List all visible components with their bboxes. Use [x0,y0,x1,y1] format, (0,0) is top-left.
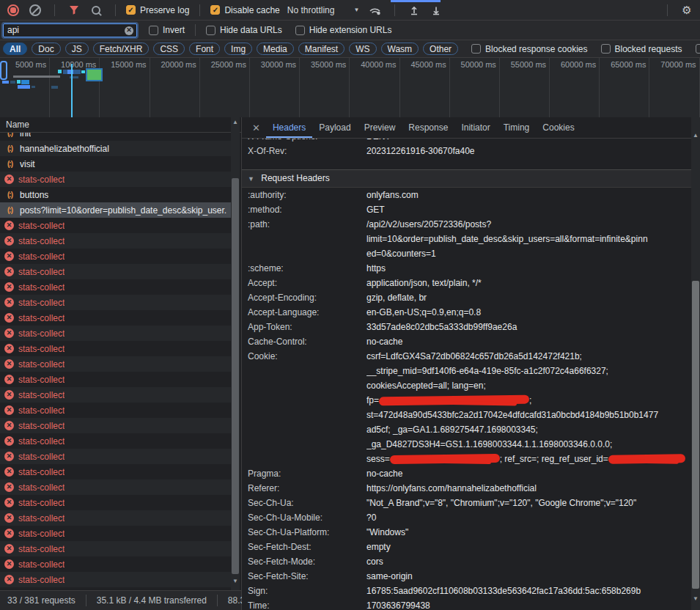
scroll-down-icon[interactable]: ▼ [231,576,240,586]
tab-payload[interactable]: Payload [312,117,357,138]
error-icon: ✕ [4,544,14,554]
request-row-stats-collect[interactable]: ✕stats-collect [0,372,231,387]
request-row-stats-collect[interactable]: ✕stats-collect [0,356,231,372]
header-value-line: sess=; ref_src=; reg_ref_user_id= [366,452,685,466]
checkbox-blocked-requests[interactable]: Blocked requests [601,44,682,54]
request-row-stats-collect[interactable]: ✕stats-collect [0,403,231,418]
request-row-stats-collect[interactable]: ✕stats-collect [0,526,231,541]
scroll-up-icon[interactable]: ▲ [231,117,240,127]
request-row-stats-collect[interactable]: ✕stats-collect [0,310,231,326]
type-filter-wasm[interactable]: Wasm [381,43,419,55]
tab-response[interactable]: Response [402,117,454,138]
timeline-tick: 35000 ms [300,58,350,117]
request-label: stats-collect [18,359,65,370]
request-row-stats-collect[interactable]: ✕stats-collect [0,418,231,433]
request-row-stats-collect[interactable]: ✕stats-collect [0,479,231,495]
type-filter-font[interactable]: Font [189,43,220,55]
throttling-select[interactable]: No throttling ▼ [284,5,363,15]
clear-button[interactable] [26,2,44,18]
search-button[interactable] [87,2,105,18]
request-row-stats-collect[interactable]: ✕stats-collect [0,279,231,295]
tab-timing[interactable]: Timing [497,117,537,138]
request-row-stats-collect[interactable]: ✕stats-collect [0,341,231,356]
filter-input[interactable] [3,23,137,37]
error-icon: ✕ [4,344,14,353]
header-row-method: :method:GET [242,202,693,217]
scroll-down-icon[interactable]: ▼ [691,594,700,603]
request-row-stats-collect[interactable]: ✕stats-collect [0,541,231,556]
clear-filter-icon[interactable]: ✕ [125,26,133,35]
checkbox-box [126,5,136,15]
request-row-stats-collect[interactable]: ✕stats-collect [0,387,231,403]
request-row-stats-collect[interactable]: ✕stats-collect [0,449,231,464]
request-row-stats-collect[interactable]: ✕stats-collect [0,433,231,449]
invert-checkbox[interactable]: Invert [149,25,185,35]
export-har-button[interactable] [427,2,445,18]
right-scrollbar-thumb[interactable] [692,281,699,589]
request-row-init[interactable]: (:)init [0,133,231,141]
scroll-up-icon[interactable]: ▲ [691,131,700,140]
right-scrollbar[interactable]: ▲ ▼ [691,117,700,610]
request-row-stats-collect[interactable]: ✕stats-collect [0,572,231,587]
type-filter-manifest[interactable]: Manifest [298,43,345,55]
transferred-size: 35.1 kB / 4.4 MB transferred [92,595,211,606]
tab-initiator[interactable]: Initiator [454,117,496,138]
type-filter-other[interactable]: Other [423,43,458,55]
type-filter-js[interactable]: JS [65,43,89,55]
checkbox-box [696,44,700,54]
header-value-line: 202312261916-30670fa40e [366,144,682,158]
request-row-stats-collect[interactable]: ✕stats-collect [0,464,231,479]
record-button[interactable] [4,2,22,18]
clipped-top-rows: X-Frame-Options:DENYX-Of-Rev:20231226191… [242,139,693,166]
divider [115,4,116,16]
settings-button[interactable]: ⚙ [678,2,696,18]
filter-toggle-button[interactable] [65,2,83,18]
disable-cache-checkbox[interactable]: Disable cache [210,5,279,15]
checkbox-box [601,44,611,54]
type-filter-all[interactable]: All [3,43,27,55]
error-icon: ✕ [4,498,14,507]
hide-extension-urls-checkbox[interactable]: Hide extension URLs [295,25,392,35]
request-label: stats-collect [18,436,65,447]
request-row-stats-collect[interactable]: ✕stats-collect [0,495,231,510]
tab-cookies[interactable]: Cookies [536,117,581,138]
request-row-stats-collect[interactable]: ✕stats-collect [0,172,231,187]
left-scrollbar-thumb[interactable] [232,178,239,574]
tab-headers[interactable]: Headers [266,117,312,138]
request-row-hannahelizabethofficial[interactable]: (:)hannahelizabethofficial [0,141,231,156]
request-row-posts-limit-10-order-publish-d[interactable]: (:)posts?limit=10&order=publish_date_des… [0,202,231,218]
import-har-button[interactable] [405,2,423,18]
request-row-stats-collect[interactable]: ✕stats-collect [0,218,231,233]
type-filter-media[interactable]: Media [257,43,294,55]
request-row-stats-collect[interactable]: ✕stats-collect [0,326,231,341]
name-column-header[interactable]: Name [0,117,241,133]
request-headers-section[interactable]: ▼ Request Headers [242,169,693,188]
timeline-ticks: 5000 ms10000 ms15000 ms20000 ms25000 ms3… [0,58,700,117]
request-row-stats-collect[interactable]: ✕stats-collect [0,233,231,249]
gear-icon: ⚙ [682,4,691,15]
preserve-log-checkbox[interactable]: Preserve log [126,5,189,15]
type-filter-doc[interactable]: Doc [32,43,60,55]
checkbox-blocked-response-cookies[interactable]: Blocked response cookies [471,44,587,54]
type-filter-ws[interactable]: WS [349,43,376,55]
type-filter-fetch-xhr[interactable]: Fetch/XHR [93,43,150,55]
request-row-buttons[interactable]: (:)buttons [0,187,231,202]
network-conditions-button[interactable] [366,2,384,18]
request-row-stats-collect[interactable]: ✕stats-collect [0,249,231,264]
request-row-stats-collect[interactable]: ✕stats-collect [0,295,231,310]
request-label: visit [20,159,35,169]
left-scrollbar[interactable]: ▲ ▼ [231,117,240,590]
request-row-stats-collect[interactable]: ✕stats-collect [0,556,231,572]
tab-preview[interactable]: Preview [358,117,402,138]
checkbox-3rd-party-requests[interactable]: 3rd-party requests [696,44,700,54]
type-filter-img[interactable]: Img [224,43,252,55]
header-name: Time: [248,598,366,610]
request-row-stats-collect[interactable]: ✕stats-collect [0,264,231,279]
timeline-overview[interactable]: 5000 ms10000 ms15000 ms20000 ms25000 ms3… [0,58,700,118]
hide-data-urls-checkbox[interactable]: Hide data URLs [206,25,282,35]
close-icon[interactable]: ✕ [246,122,266,133]
timeline-brush-handle[interactable] [0,61,7,80]
request-row-stats-collect[interactable]: ✕stats-collect [0,510,231,526]
type-filter-css[interactable]: CSS [153,43,185,55]
request-row-visit[interactable]: (:)visit [0,156,231,172]
